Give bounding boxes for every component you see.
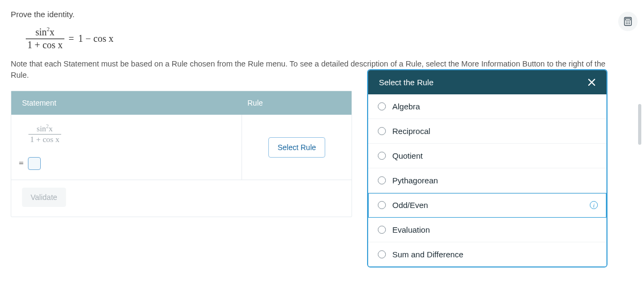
svg-rect-1 (626, 19, 631, 20)
svg-point-6 (627, 23, 628, 24)
calculator-icon[interactable] (618, 12, 638, 31)
prompt-text: Prove the identity. (11, 10, 633, 19)
rule-option-quotient[interactable]: Quotient (368, 144, 606, 168)
statement-start-expression: sin2x 1 + cos x (28, 123, 61, 144)
rule-option-odd-even[interactable]: Odd/Eveni (368, 193, 606, 218)
rule-option-label: Algebra (392, 102, 420, 111)
rule-panel-title: Select the Rule (379, 78, 434, 87)
rule-option-label: Evaluation (392, 225, 430, 234)
expression-input[interactable] (28, 157, 41, 170)
svg-point-5 (626, 23, 627, 24)
radio-icon (378, 201, 386, 209)
svg-point-3 (627, 21, 628, 23)
radio-icon (378, 102, 386, 110)
rule-option-evaluation[interactable]: Evaluation (368, 218, 606, 242)
rule-option-pythagorean[interactable]: Pythagorean (368, 168, 606, 193)
scrollbar[interactable] (638, 104, 641, 145)
identity-equation: sin2x 1 + cos x = 1 − cos x (26, 26, 633, 51)
svg-point-2 (626, 21, 627, 23)
svg-point-7 (629, 23, 630, 24)
proof-table: Statement Rule sin2x 1 + cos x = Select … (11, 91, 352, 217)
rule-option-sum-and-difference[interactable]: Sum and Difference (368, 242, 606, 266)
radio-icon (378, 127, 386, 135)
rule-option-label: Sum and Difference (392, 250, 463, 259)
rule-option-algebra[interactable]: Algebra (368, 94, 606, 119)
validate-button[interactable]: Validate (22, 188, 66, 207)
info-icon[interactable]: i (590, 201, 598, 209)
radio-icon (378, 176, 386, 184)
equals-sign: = (19, 159, 24, 168)
radio-icon (378, 250, 386, 258)
radio-icon (378, 152, 386, 160)
rule-option-reciprocal[interactable]: Reciprocal (368, 119, 606, 144)
rule-option-label: Quotient (392, 151, 423, 160)
close-icon[interactable] (588, 78, 596, 86)
header-rule: Rule (242, 91, 352, 115)
header-statement: Statement (11, 91, 242, 115)
svg-point-4 (629, 21, 630, 23)
rule-option-label: Reciprocal (392, 127, 430, 136)
radio-icon (378, 226, 386, 234)
select-rule-button[interactable]: Select Rule (268, 137, 325, 158)
rule-option-label: Pythagorean (392, 176, 438, 185)
rule-option-label: Odd/Even (392, 201, 428, 210)
rule-selection-panel: Select the Rule AlgebraReciprocalQuotien… (367, 69, 608, 268)
